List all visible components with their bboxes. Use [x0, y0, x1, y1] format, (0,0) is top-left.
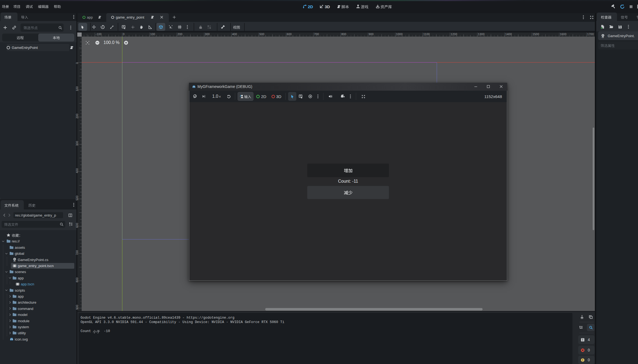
svg-text:cs: cs [13, 260, 16, 262]
svg-text:cs: cs [602, 36, 604, 38]
